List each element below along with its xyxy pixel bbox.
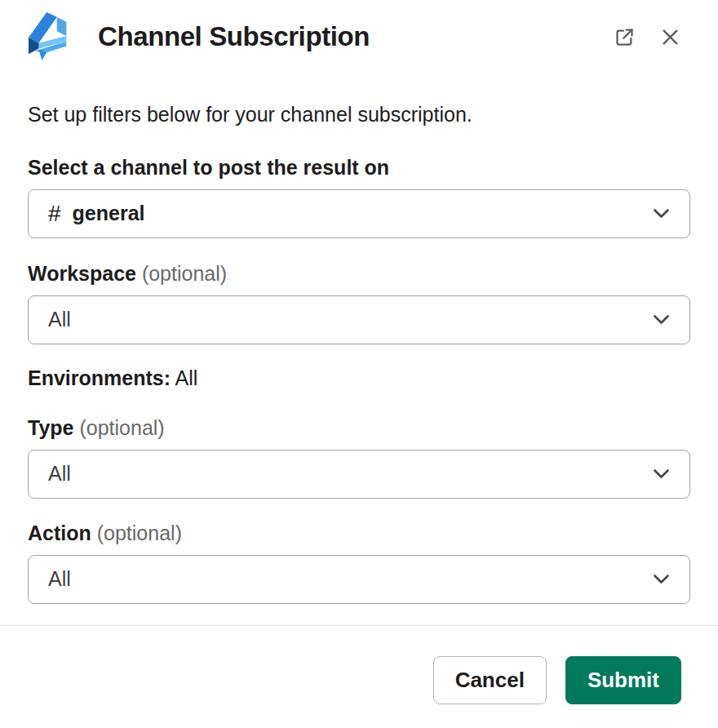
channel-subscription-modal: Channel Subscription Set up filters belo… <box>0 0 718 728</box>
chevron-down-icon <box>653 468 670 479</box>
submit-button[interactable]: Submit <box>565 656 681 704</box>
cancel-button[interactable]: Cancel <box>433 656 547 704</box>
type-field: Type (optional) All <box>28 416 690 499</box>
workspace-field: Workspace (optional) All <box>28 262 690 344</box>
action-field: Action (optional) All <box>28 522 690 604</box>
channel-field-label: Select a channel to post the result on <box>28 156 690 180</box>
workspace-optional-hint: (optional) <box>142 262 227 285</box>
type-optional-hint: (optional) <box>79 416 164 439</box>
chevron-down-icon <box>653 574 670 584</box>
action-field-label: Action (optional) <box>28 522 690 545</box>
workspace-select-value: All <box>48 309 71 330</box>
type-field-label: Type (optional) <box>28 416 690 440</box>
chevron-down-icon <box>653 314 670 325</box>
intro-text: Set up filters below for your channel su… <box>28 103 690 127</box>
action-select[interactable]: All <box>28 555 690 604</box>
app-logo-icon <box>28 11 73 62</box>
channel-select-value: general <box>73 203 145 224</box>
modal-body: Set up filters below for your channel su… <box>0 103 718 604</box>
type-select[interactable]: All <box>28 450 690 499</box>
action-optional-hint: (optional) <box>97 522 182 544</box>
environments-label: Environments: <box>28 366 171 389</box>
workspace-select[interactable]: All <box>28 295 690 344</box>
action-select-value: All <box>48 569 71 589</box>
modal-header: Channel Subscription <box>0 0 718 62</box>
environments-text: Environments: All <box>28 366 690 390</box>
header-actions <box>614 26 690 48</box>
environments-value: All <box>175 366 198 389</box>
workspace-field-label: Workspace (optional) <box>28 262 690 286</box>
modal-title: Channel Subscription <box>98 21 370 52</box>
channel-hash-icon: # <box>48 202 61 225</box>
type-select-value: All <box>48 464 71 484</box>
modal-footer: Cancel Submit <box>0 626 718 704</box>
channel-field: Select a channel to post the result on #… <box>28 156 690 238</box>
close-icon[interactable] <box>660 27 680 47</box>
chevron-down-icon <box>653 208 670 219</box>
channel-select[interactable]: # general <box>28 189 690 238</box>
external-link-icon[interactable] <box>614 26 636 48</box>
